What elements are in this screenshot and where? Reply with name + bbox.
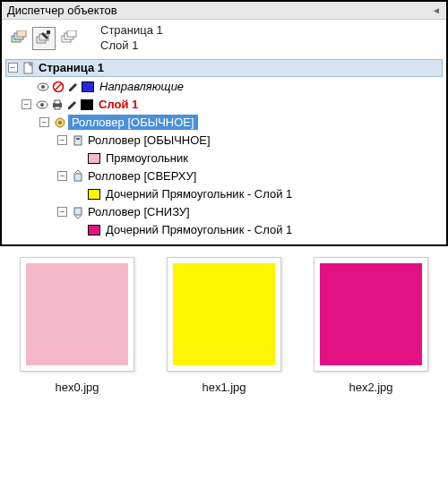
- tree-childrect-down-row[interactable]: Дочерний Прямоугольник - Слой 1: [5, 221, 443, 239]
- layer-label: Слой 1: [97, 98, 140, 111]
- panel-title: Диспетчер объектов: [7, 4, 117, 17]
- eye-icon[interactable]: [36, 80, 50, 94]
- pencil-icon[interactable]: [66, 80, 81, 94]
- swatch-caption: hex1.jpg: [161, 381, 287, 394]
- expand-icon[interactable]: −: [57, 135, 67, 145]
- svg-rect-8: [67, 30, 76, 37]
- expand-icon[interactable]: −: [57, 207, 67, 217]
- pencil-icon[interactable]: [65, 98, 80, 112]
- tree-rollover-normal-row[interactable]: − Ролловер [ОБЫЧНОЕ]: [5, 132, 443, 150]
- tree-page-row[interactable]: − Страница 1: [5, 59, 443, 77]
- panel-titlebar: Диспетчер объектов ◄: [2, 2, 446, 20]
- swatch-card: hex0.jpg: [14, 257, 140, 394]
- swatch-fill-0: [26, 263, 128, 365]
- tree-rollover-over-row[interactable]: − Ролловер [СВЕРХУ]: [5, 167, 443, 185]
- swatch-frame[interactable]: [20, 257, 134, 372]
- eye-icon[interactable]: [35, 98, 49, 112]
- object-tree: − Страница 1 Направляющие −: [2, 57, 446, 244]
- svg-rect-22: [76, 138, 80, 140]
- svg-rect-24: [74, 208, 82, 215]
- print-icon[interactable]: [50, 98, 65, 112]
- svg-rect-2: [17, 30, 26, 37]
- state-normal-icon: [71, 133, 85, 148]
- rollover-selected-label: Ролловер [ОБЫЧНОЕ]: [68, 115, 198, 130]
- rollover-group-icon: [53, 116, 67, 130]
- tree-rect-row[interactable]: Прямоугольник: [5, 150, 443, 167]
- swatch-frame[interactable]: [314, 257, 428, 372]
- rollover-over-label: Ролловер [СВЕРХУ]: [86, 169, 198, 183]
- rollover-down-label: Ролловер [СНИЗУ]: [86, 205, 192, 218]
- swatch-fill-1: [173, 263, 275, 365]
- print-disabled-icon[interactable]: [51, 80, 65, 94]
- svg-rect-23: [74, 174, 82, 181]
- svg-line-13: [55, 83, 62, 90]
- breadcrumb-layer: Слой 1: [100, 39, 163, 54]
- svg-rect-18: [55, 107, 60, 109]
- color-swatch-guides[interactable]: [82, 81, 94, 92]
- toolbar-edit-layers-icon[interactable]: [32, 27, 56, 50]
- svg-point-11: [41, 85, 45, 89]
- breadcrumb-page: Страница 1: [100, 23, 163, 39]
- toolbar: Страница 1 Слой 1: [2, 20, 446, 57]
- svg-rect-5: [47, 30, 50, 34]
- swatch-caption: hex0.jpg: [14, 381, 140, 394]
- swatch-gallery: hex0.jpg hex1.jpg hex2.jpg: [0, 246, 448, 401]
- color-swatch-down: [88, 225, 100, 235]
- page-icon: [22, 61, 36, 75]
- tree-rollover-selected-row[interactable]: − Ролловер [ОБЫЧНОЕ]: [5, 114, 443, 132]
- swatch-card: hex2.jpg: [308, 257, 434, 394]
- swatch-fill-2: [320, 263, 422, 365]
- childrect-down-label: Дочерний Прямоугольник - Слой 1: [104, 223, 294, 236]
- tree-childrect-over-row[interactable]: Дочерний Прямоугольник - Слой 1: [5, 185, 443, 203]
- breadcrumb: Страница 1 Слой 1: [100, 23, 163, 54]
- expand-icon[interactable]: −: [22, 99, 31, 109]
- color-swatch-over: [88, 189, 100, 200]
- state-down-icon: [71, 205, 85, 219]
- svg-rect-21: [74, 136, 82, 145]
- toolbar-pages-icon[interactable]: [57, 27, 81, 50]
- swatch-card: hex1.jpg: [161, 257, 287, 394]
- object-manager-panel: Диспетчер объектов ◄ Страница 1 Слой 1 −…: [0, 0, 448, 246]
- childrect-over-label: Дочерний Прямоугольник - Слой 1: [104, 187, 294, 201]
- expand-icon[interactable]: −: [8, 63, 18, 73]
- page-label: Страница 1: [37, 61, 106, 74]
- tree-rollover-down-row[interactable]: − Ролловер [СНИЗУ]: [5, 203, 443, 221]
- color-swatch-layer[interactable]: [81, 99, 93, 110]
- swatch-caption: hex2.jpg: [308, 381, 434, 394]
- tree-guides-row[interactable]: Направляющие: [5, 78, 443, 96]
- svg-point-15: [40, 103, 44, 107]
- tree-layer-row[interactable]: − Слой 1: [5, 96, 443, 114]
- svg-rect-17: [55, 100, 60, 104]
- expand-icon[interactable]: −: [57, 171, 67, 181]
- guides-label: Направляющие: [98, 80, 185, 93]
- rect-label: Прямоугольник: [104, 151, 190, 165]
- color-swatch-rect: [88, 153, 100, 164]
- svg-point-20: [58, 121, 62, 124]
- rollover-normal-label: Ролловер [ОБЫЧНОЕ]: [86, 133, 212, 147]
- expand-icon[interactable]: −: [39, 117, 49, 127]
- toolbar-layers-icon[interactable]: [7, 27, 30, 50]
- swatch-frame[interactable]: [167, 257, 281, 372]
- panel-menu-icon[interactable]: ◄: [432, 5, 441, 15]
- state-over-icon: [71, 169, 85, 184]
